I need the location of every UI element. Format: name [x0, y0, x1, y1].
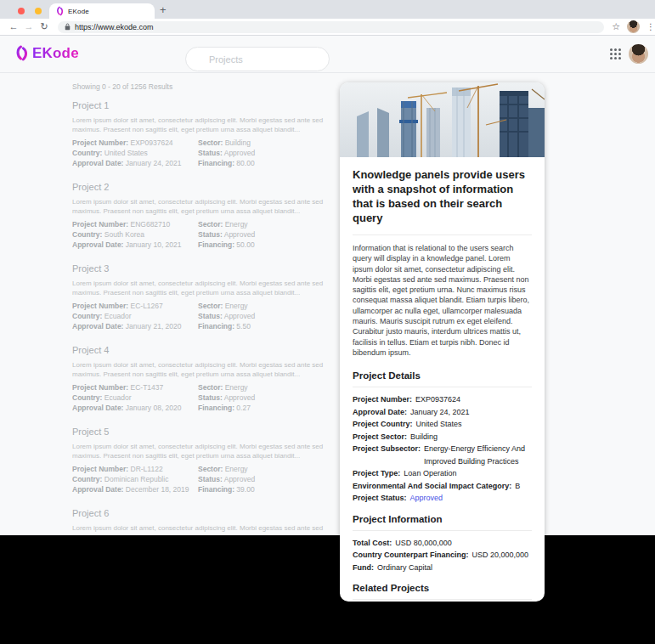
related-projects-row: Institutional Strengthening of COFIDE Pr…	[353, 600, 532, 602]
project-fields: Project Number: EXP0937624 Sector: Build…	[72, 139, 329, 167]
project-description: Lorem ipsum dolor sit amet, consectetur …	[72, 523, 329, 535]
detail-label: Environmental And Social Impact Category…	[353, 480, 511, 493]
browser-tab-strip: EKode +	[0, 0, 655, 19]
project-result[interactable]: Project 5 Lorem ipsum dolor sit amet, co…	[72, 427, 329, 494]
logo-text: EKode	[32, 45, 79, 62]
detail-row: Project Type:Loan Operation	[353, 467, 532, 480]
ekode-logo[interactable]: EKode	[15, 44, 79, 62]
project-result[interactable]: Project 1 Lorem ipsum dolor sit amet, co…	[72, 100, 329, 167]
forward-icon[interactable]: →	[22, 21, 36, 32]
section-heading-related-projects: Related Projects	[353, 577, 532, 600]
project-result[interactable]: Project 3 Lorem ipsum dolor sit amet, co…	[72, 263, 329, 330]
bottom-cutoff	[0, 535, 655, 644]
detail-label: Project Subsector:	[353, 443, 421, 467]
project-result[interactable]: Project 4 Lorem ipsum dolor sit amet, co…	[72, 345, 329, 412]
ekode-favicon-icon	[56, 6, 64, 16]
results-list: Showing 0 - 20 of 1256 Results Project 1…	[72, 82, 329, 535]
detail-row: Project Subsector:Energy-Energy Efficien…	[353, 443, 532, 467]
detail-label: Project Status:	[353, 492, 407, 505]
new-tab-button[interactable]: +	[160, 3, 167, 18]
detail-row: Fund:Ordinary Capital	[353, 562, 532, 574]
detail-value: USD 80,000,000	[395, 537, 532, 550]
panel-title: Knowledge panels provide users with a sn…	[353, 157, 532, 235]
results-summary: Showing 0 - 20 of 1256 Results	[72, 82, 329, 91]
project-title: Project 2	[72, 182, 329, 192]
detail-label: Approval Date:	[353, 406, 407, 419]
search-input[interactable]	[209, 54, 330, 65]
detail-label: Project Type:	[353, 467, 400, 480]
bookmark-star-icon[interactable]: ☆	[612, 21, 620, 32]
detail-value: USD 20,000,000	[472, 549, 533, 562]
detail-row: Environmental And Social Impact Category…	[353, 480, 532, 493]
project-title: Project 5	[72, 427, 329, 437]
detail-row: Approval Date:January 24, 2021	[353, 406, 532, 419]
url-field[interactable]: https://www.ekode.com	[58, 21, 604, 33]
detail-value: B	[515, 480, 532, 493]
project-information-list: Total Cost:USD 80,000,000Country Counter…	[353, 531, 532, 578]
detail-value: Building	[410, 431, 532, 443]
lock-icon	[65, 23, 71, 31]
project-fields: Project Number: ENG682710 Sector: Energy…	[72, 221, 329, 249]
project-description: Lorem ipsum dolor sit amet, consectetur …	[72, 360, 329, 379]
project-details-list: Project Number:EXP0937624Approval Date:J…	[353, 387, 532, 508]
knowledge-panel: Knowledge panels provide users with a sn…	[340, 82, 545, 602]
apps-grid-icon[interactable]	[610, 48, 621, 59]
construction-site-image	[340, 82, 545, 157]
url-text: https://www.ekode.com	[75, 23, 154, 31]
detail-row: Country Counterpart Financing:USD 20,000…	[353, 549, 532, 562]
detail-value: January 24, 2021	[410, 406, 532, 419]
detail-value: United States	[416, 418, 532, 431]
detail-label: Country Counterpart Financing:	[353, 549, 469, 562]
project-title: Project 3	[72, 263, 329, 274]
detail-value: Energy-Energy Efficiency And Improved Bu…	[424, 443, 532, 467]
screenshot-stage: EKode + ← → ↻ https://www.ekode.com ☆ ⋮	[0, 0, 655, 644]
project-description: Lorem ipsum dolor sit amet, consectetur …	[72, 442, 329, 460]
detail-label: Fund:	[353, 562, 374, 574]
detail-label: Project Number:	[353, 393, 412, 406]
project-description: Lorem ipsum dolor sit amet, consectetur …	[72, 116, 329, 134]
project-title: Project 1	[72, 100, 329, 110]
detail-label: Project Country:	[353, 418, 413, 431]
tab-title: EKode	[68, 8, 89, 15]
back-icon[interactable]: ←	[7, 21, 20, 32]
panel-intro: Information that is relational to the us…	[353, 235, 532, 364]
ekode-logo-icon	[15, 44, 28, 62]
detail-row: Project Number:EXP0937624	[353, 393, 532, 406]
detail-row: Project Status:Approved	[353, 492, 532, 505]
detail-label: Project Sector:	[353, 431, 407, 443]
detail-row: Project Sector:Building	[353, 431, 532, 443]
reload-icon[interactable]: ↻	[37, 21, 51, 32]
results-page: Showing 0 - 20 of 1256 Results Project 1…	[0, 73, 655, 535]
close-window-button[interactable]	[18, 8, 25, 14]
account-avatar[interactable]	[629, 44, 648, 64]
project-description: Lorem ipsum dolor sit amet, consectetur …	[72, 279, 329, 297]
project-fields: Project Number: EC-T1437 Sector: Energy …	[72, 384, 329, 412]
project-result[interactable]: Project 6 Lorem ipsum dolor sit amet, co…	[72, 508, 329, 535]
browser-address-bar: ← → ↻ https://www.ekode.com ☆ ⋮	[0, 19, 655, 36]
detail-value: EXP0937624	[415, 393, 532, 406]
section-heading-project-information: Project Information	[353, 508, 532, 531]
detail-value: Loan Operation	[404, 467, 532, 480]
status-link[interactable]: Approved	[410, 492, 532, 505]
site-header: EKode	[0, 36, 655, 73]
detail-row: Project Country:United States	[353, 418, 532, 431]
detail-row: Total Cost:USD 80,000,000	[353, 537, 532, 550]
detail-value: Ordinary Capital	[377, 562, 532, 574]
project-description: Lorem ipsum dolor sit amet, consectetur …	[72, 197, 329, 216]
minimize-window-button[interactable]	[35, 8, 42, 14]
project-result[interactable]: Project 2 Lorem ipsum dolor sit amet, co…	[72, 182, 329, 249]
project-fields: Project Number: DR-L1122 Sector: Energy …	[72, 466, 329, 494]
detail-label: Total Cost:	[353, 537, 392, 550]
section-heading-project-details: Project Details	[353, 364, 532, 387]
project-title: Project 4	[72, 345, 329, 355]
project-fields: Project Number: EC-L1267 Sector: Energy …	[72, 302, 329, 330]
browser-tab-ekode[interactable]: EKode	[49, 3, 155, 19]
search-bar[interactable]	[185, 47, 330, 71]
project-title: Project 6	[72, 508, 329, 518]
browser-profile-avatar[interactable]	[627, 20, 640, 33]
browser-menu-icon[interactable]: ⋮	[647, 22, 655, 31]
